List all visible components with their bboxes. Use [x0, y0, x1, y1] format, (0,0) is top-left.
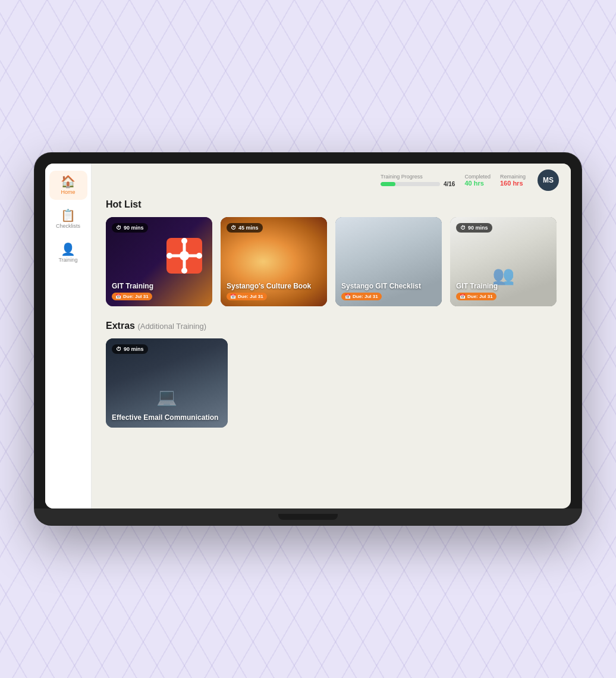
laptop-notch: [278, 514, 338, 520]
card-culture-bottom: Systango's Culture Book 📅 Due: Jul 31: [227, 282, 321, 300]
card-git1-title: GIT Training: [112, 282, 206, 290]
sidebar-item-training[interactable]: 👤 Training: [49, 238, 87, 268]
sidebar-label-checklists: Checklists: [56, 223, 80, 229]
completed-value: 40 hrs: [464, 180, 483, 187]
spacer: [341, 223, 436, 235]
card-email-inner: ⏱ 90 mins Effective Email Communication: [106, 338, 228, 428]
progress-count: 4/16: [444, 181, 455, 187]
duration-badge-git1: ⏱ 90 mins: [112, 223, 148, 233]
progress-bar-wrap: 4/16: [381, 181, 455, 187]
card-git2-title: GIT Training: [456, 282, 551, 290]
header-bar: Training Progress 4/16 Completed 40 hrs: [92, 164, 571, 197]
clock-icon-4: ⏱: [460, 225, 466, 231]
card-git1-bottom: GIT Training 📅 Due: Jul 31: [112, 282, 206, 300]
avatar[interactable]: MS: [538, 170, 559, 191]
remaining-stat: Remaining 160 hrs: [500, 174, 526, 187]
due-badge-culture: 📅 Due: Jul 31: [227, 293, 267, 300]
card-culture-title: Systango's Culture Book: [227, 282, 321, 290]
card-checklist-title: Systango GIT Checklist: [341, 282, 436, 290]
hotlist-title: Hot List: [106, 199, 557, 210]
card-checklist-bottom: Systango GIT Checklist 📅 Due: Jul 31: [341, 282, 436, 300]
due-badge-git2: 📅 Due: Jul 31: [456, 293, 496, 300]
progress-title: Training Progress: [381, 174, 423, 180]
laptop-screen: 🏠 Home 📋 Checklists 👤 Training: [45, 164, 571, 508]
duration-badge-culture: ⏱ 45 mins: [227, 223, 263, 233]
duration-badge-git2: ⏱ 90 mins: [456, 223, 492, 233]
card-git-training-1[interactable]: ⏱ 90 mins GIT Training 📅 Due: Jul 31: [106, 217, 212, 306]
card-email-bottom: Effective Email Communication: [112, 413, 222, 422]
card-culture-book[interactable]: ⏱ 45 mins Systango's Culture Book 📅 Due:…: [221, 217, 327, 306]
laptop-base: [34, 508, 582, 525]
progress-bar-bg: [381, 182, 440, 186]
sidebar-label-home: Home: [61, 189, 75, 195]
completed-label: Completed: [464, 174, 491, 180]
sidebar-item-checklists[interactable]: 📋 Checklists: [49, 205, 87, 234]
progress-section: Training Progress 4/16 Completed 40 hrs: [381, 174, 526, 187]
checklists-icon: 📋: [61, 209, 76, 221]
extras-subtitle: (Additional Training): [137, 322, 206, 331]
calendar-icon-4: 📅: [460, 294, 466, 299]
calendar-icon: 📅: [115, 294, 121, 299]
due-badge-git1: 📅 Due: Jul 31: [112, 293, 152, 300]
clock-icon-5: ⏱: [116, 346, 121, 352]
sidebar-item-home[interactable]: 🏠 Home: [49, 171, 87, 200]
remaining-value: 160 hrs: [500, 180, 523, 187]
home-icon: 🏠: [61, 175, 76, 187]
sidebar: 🏠 Home 📋 Checklists 👤 Training: [45, 164, 92, 508]
progress-group: Training Progress 4/16: [381, 174, 455, 187]
due-badge-checklist: 📅 Due: Jul 31: [341, 293, 382, 300]
extras-cards-row: 💻 ⏱ 90 mins Effective Email Communicatio…: [106, 338, 557, 428]
hotlist-cards-row: ⏱ 90 mins GIT Training 📅 Due: Jul 31: [106, 217, 557, 306]
main-content: Training Progress 4/16 Completed 40 hrs: [92, 164, 571, 508]
card-git-checklist[interactable]: Systango GIT Checklist 📅 Due: Jul 31: [335, 217, 442, 306]
card-culture-inner: ⏱ 45 mins Systango's Culture Book 📅 Due:…: [221, 217, 327, 306]
laptop-frame: 🏠 Home 📋 Checklists 👤 Training: [34, 153, 582, 525]
duration-badge-email: ⏱ 90 mins: [112, 344, 148, 354]
card-checklist-inner: Systango GIT Checklist 📅 Due: Jul 31: [335, 217, 442, 306]
progress-bar-fill: [381, 182, 395, 186]
training-icon: 👤: [61, 243, 76, 255]
card-git1-inner: ⏱ 90 mins GIT Training 📅 Due: Jul 31: [106, 217, 212, 306]
clock-icon-2: ⏱: [231, 225, 236, 231]
calendar-icon-3: 📅: [345, 294, 351, 299]
completed-stat: Completed 40 hrs: [464, 174, 491, 187]
clock-icon: ⏱: [116, 225, 121, 231]
app-container: 🏠 Home 📋 Checklists 👤 Training: [45, 164, 571, 508]
remaining-label: Remaining: [500, 174, 526, 180]
card-git2-inner: ⏱ 90 mins GIT Training 📅 Due: Jul 31: [450, 217, 557, 306]
content-area: Hot List: [92, 197, 571, 508]
extras-title: Extras: [106, 321, 135, 331]
card-git2-bottom: GIT Training 📅 Due: Jul 31: [456, 282, 551, 300]
card-email-title: Effective Email Communication: [112, 413, 222, 422]
sidebar-label-training: Training: [58, 257, 77, 263]
card-git-training-2[interactable]: 👥 ⏱ 90 mins GIT Training 📅: [450, 217, 557, 306]
calendar-icon-2: 📅: [230, 294, 236, 299]
card-email-communication[interactable]: 💻 ⏱ 90 mins Effective Email Communicatio…: [106, 338, 228, 428]
extras-header: Extras (Additional Training): [106, 321, 557, 331]
